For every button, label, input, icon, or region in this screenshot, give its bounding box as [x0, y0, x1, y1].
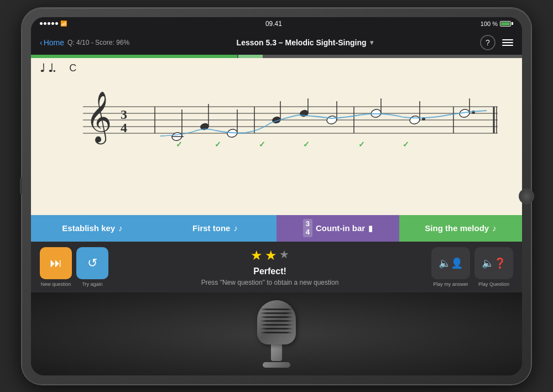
score-label: Q: 4/10 - Score: 96%	[67, 39, 129, 46]
music-note-icon-3: ♪	[492, 223, 497, 233]
svg-text:✓: ✓	[403, 140, 409, 149]
svg-text:✓: ✓	[215, 140, 221, 149]
nav-bar: ‹ Home Q: 4/10 - Score: 96% Lesson 5.3 –…	[31, 30, 522, 55]
svg-text:𝄞: 𝄞	[86, 92, 112, 145]
key-label: C	[69, 62, 76, 74]
try-again-button[interactable]: ↺	[76, 247, 108, 279]
play-question-group: 🔈❓ Play Question	[474, 247, 513, 287]
menu-bar-2	[502, 42, 513, 43]
staff-container: 𝄞 3 4	[40, 76, 513, 154]
try-again-label: Try again	[82, 281, 102, 287]
mic-grille-bar-7	[260, 332, 293, 333]
play-my-answer-group: 🔈👤 Play my answer	[431, 247, 470, 287]
feedback-title: Perfect!	[253, 266, 286, 276]
action-btn-group: ⏭ New question ↺ Try again	[40, 247, 108, 287]
sheet-music-area: ♩ ♩. C 𝄞 3	[31, 58, 522, 215]
sing-melody-button[interactable]: Sing the melody ♪	[399, 215, 522, 242]
svg-point-29	[409, 114, 420, 124]
microphone	[257, 300, 296, 368]
first-tone-button[interactable]: First tone ♪	[154, 215, 276, 242]
side-button	[20, 177, 22, 194]
mic-grille-bar-2	[260, 312, 293, 314]
skip-forward-icon: ⏭	[50, 256, 62, 270]
status-bar: 📶 09.41 100 %	[31, 17, 522, 30]
signal-dots	[40, 22, 58, 25]
help-icon: ?	[486, 38, 490, 47]
svg-text:✓: ✓	[358, 140, 365, 149]
count-in-time-sig: 3 4	[303, 219, 312, 237]
svg-text:✓: ✓	[259, 140, 265, 149]
music-note-icon-1: ♪	[118, 223, 123, 233]
mic-grille-bar-1	[260, 309, 293, 310]
svg-text:✓: ✓	[176, 140, 182, 149]
establish-key-label: Establish key	[62, 223, 115, 233]
feedback-subtitle: Press "New question" to obtain a new que…	[201, 279, 339, 286]
mic-grille-bar-5	[260, 324, 293, 326]
mic-base	[263, 362, 290, 368]
new-question-label: New question	[41, 281, 71, 287]
new-question-group: ⏭ New question	[40, 247, 72, 287]
count-in-bottom: 4	[306, 228, 310, 236]
staff-svg: 𝄞 3 4	[40, 76, 513, 154]
svg-text:✓: ✓	[303, 140, 310, 149]
mic-grille	[260, 309, 293, 342]
svg-point-25	[326, 114, 337, 124]
screen-content: ♩ ♩. C 𝄞 3	[31, 58, 522, 375]
count-in-top: 3	[306, 220, 310, 228]
back-button[interactable]: ‹ Home Q: 4/10 - Score: 96%	[40, 38, 129, 47]
ipad-shell: 📶 09.41 100 % ‹ Home Q: 4/10 - Score: 96…	[22, 8, 531, 384]
controls-area: ⏭ New question ↺ Try again ★	[31, 242, 522, 292]
mic-grille-bar-4	[260, 320, 293, 322]
ipad-screen: 📶 09.41 100 % ‹ Home Q: 4/10 - Score: 96…	[31, 17, 522, 375]
play-question-button[interactable]: 🔈❓	[474, 247, 513, 279]
time-signature-small: ♩ ♩.	[40, 62, 56, 74]
status-right: 100 %	[481, 20, 513, 27]
stars-row: ★ ★ ★	[251, 248, 289, 263]
star-2: ★	[265, 248, 277, 263]
music-note-icon-2: ♪	[233, 223, 238, 233]
nav-actions: ?	[480, 35, 513, 50]
status-time: 09.41	[265, 20, 282, 28]
menu-bar-3	[502, 45, 513, 46]
play-question-label: Play Question	[478, 281, 509, 287]
speaker-person-icon: 🔈👤	[439, 257, 463, 269]
menu-bar-1	[502, 39, 513, 40]
speaker-question-icon: 🔈❓	[482, 257, 506, 269]
home-button[interactable]	[519, 189, 534, 204]
back-label: Home	[44, 38, 64, 47]
play-my-answer-button[interactable]: 🔈👤	[431, 247, 470, 279]
count-in-label: Count-in bar	[316, 223, 365, 233]
play-my-answer-label: Play my answer	[433, 281, 468, 287]
feedback-area: ★ ★ ★ Perfect! Press "New question" to o…	[115, 248, 425, 286]
play-buttons: 🔈👤 Play my answer 🔈❓ Play Question	[431, 247, 513, 287]
try-again-group: ↺ Try again	[76, 247, 108, 287]
svg-text:3: 3	[121, 107, 127, 122]
star-3: ★	[279, 248, 289, 263]
menu-button[interactable]	[502, 39, 513, 46]
first-tone-label: First tone	[192, 223, 230, 233]
sheet-music-header: ♩ ♩. C	[40, 62, 513, 74]
lesson-title: Lesson 5.3 – Melodic Sight-Singing	[237, 38, 367, 47]
sing-melody-label: Sing the melody	[425, 223, 489, 233]
wifi-icon: 📶	[60, 20, 67, 27]
nav-title: Lesson 5.3 – Melodic Sight-Singing ▾	[136, 38, 473, 47]
battery-icon	[500, 21, 513, 27]
star-1: ★	[251, 248, 263, 263]
establish-key-button[interactable]: Establish key ♪	[31, 215, 154, 242]
mic-grille-bar-3	[260, 316, 293, 318]
count-in-button[interactable]: 3 4 Count-in bar ▮	[276, 215, 399, 242]
back-chevron-icon: ‹	[40, 38, 43, 47]
status-left: 📶	[40, 20, 67, 27]
lesson-buttons: Establish key ♪ First tone ♪ 3 4 Count-i…	[31, 215, 522, 242]
dropdown-arrow-icon: ▾	[370, 39, 373, 46]
mic-body	[271, 344, 282, 361]
svg-text:4: 4	[121, 121, 127, 135]
mic-head	[257, 300, 296, 344]
retry-icon: ↺	[87, 256, 97, 270]
battery-percent: 100 %	[481, 20, 498, 27]
help-button[interactable]: ?	[480, 35, 495, 50]
mic-area	[31, 292, 522, 375]
battery-bar-icon: ▮	[368, 224, 373, 233]
mic-grille-bar-6	[260, 328, 293, 330]
new-question-button[interactable]: ⏭	[40, 247, 72, 279]
